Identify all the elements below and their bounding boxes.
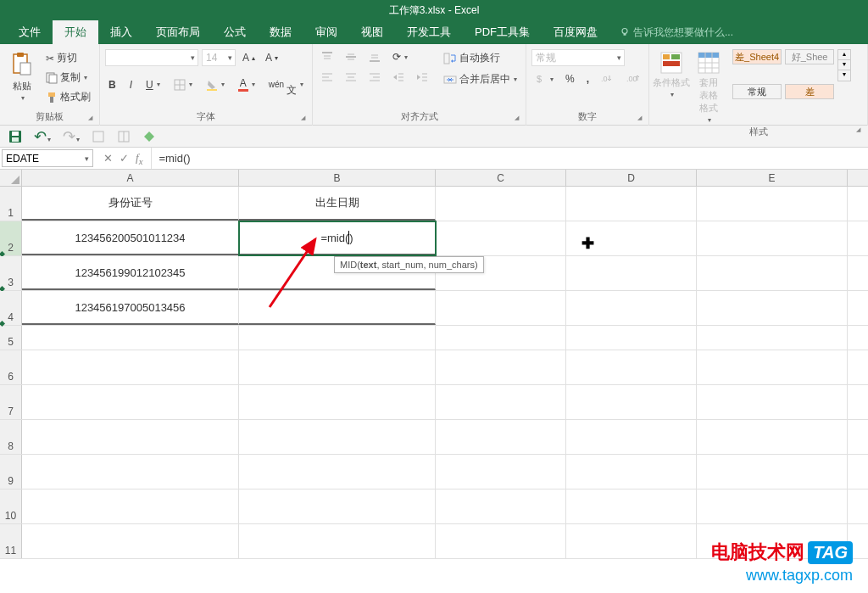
wrap-text-button[interactable]: 自动换行 xyxy=(440,49,520,67)
tell-me[interactable]: 告诉我您想要做什么... xyxy=(620,20,733,44)
table-format-button[interactable]: 套用 表格格式▾ xyxy=(692,49,726,126)
svg-rect-7 xyxy=(48,92,55,97)
font-name-combo[interactable] xyxy=(105,49,198,66)
style-swatch-3[interactable]: 常规 xyxy=(732,84,782,99)
cell-B4[interactable] xyxy=(239,291,436,325)
tab-dev[interactable]: 开发工具 xyxy=(395,20,463,44)
align-middle-button[interactable] xyxy=(342,49,360,64)
underline-button[interactable]: U▾ xyxy=(142,77,164,92)
row-header-3[interactable]: 3 xyxy=(0,256,22,290)
currency-button[interactable]: $▾ xyxy=(531,71,557,87)
tab-review[interactable]: 审阅 xyxy=(303,20,349,44)
redo-button[interactable]: ↷▾ xyxy=(63,127,80,146)
tab-layout[interactable]: 页面布局 xyxy=(144,20,212,44)
row-header-1[interactable]: 1 xyxy=(0,187,22,221)
cancel-formula-button[interactable]: ✕ xyxy=(103,152,113,165)
group-font: 14 A▴ A▾ B I U▾ ▾ ▾ A▾ wén文▾ 字体 xyxy=(100,44,313,126)
qat-item-2[interactable] xyxy=(117,130,131,143)
font-size-combo[interactable]: 14 xyxy=(202,49,236,66)
row-header-7[interactable]: 7 xyxy=(0,385,22,419)
row-header-4[interactable]: 4 xyxy=(0,291,22,325)
row-header-11[interactable]: 11 xyxy=(0,524,22,558)
format-painter-button[interactable]: 格式刷 xyxy=(42,88,94,106)
align-left-button[interactable] xyxy=(318,70,337,85)
decrease-indent-button[interactable] xyxy=(389,70,408,85)
cell-C4[interactable] xyxy=(436,291,566,325)
col-header-E[interactable]: E xyxy=(697,170,848,186)
name-box[interactable]: EDATE xyxy=(2,149,93,167)
cut-button[interactable]: ✂剪切 xyxy=(42,49,94,67)
align-bottom-button[interactable] xyxy=(365,49,384,64)
tab-data[interactable]: 数据 xyxy=(258,20,303,44)
insert-function-button[interactable]: fx xyxy=(136,151,142,166)
style-swatch-1[interactable]: 差_Sheet4 xyxy=(732,49,782,64)
cell-E3[interactable] xyxy=(697,256,848,290)
row-header-9[interactable]: 9 xyxy=(0,455,22,489)
align-top-button[interactable] xyxy=(318,49,337,64)
qat-item-1[interactable] xyxy=(92,130,105,143)
phonetic-button[interactable]: wén文▾ xyxy=(265,70,307,99)
tab-baidu[interactable]: 百度网盘 xyxy=(542,20,609,44)
row-header-6[interactable]: 6 xyxy=(0,350,22,384)
cell-E4[interactable] xyxy=(697,291,848,325)
align-center-button[interactable] xyxy=(342,70,360,85)
cell-A2[interactable]: 123456200501011234 xyxy=(22,221,239,255)
decrease-font-button[interactable]: A▾ xyxy=(262,50,281,65)
select-all-corner[interactable] xyxy=(0,170,22,186)
undo-button[interactable]: ↶▾ xyxy=(34,127,51,146)
percent-button[interactable]: % xyxy=(562,71,578,87)
number-format-combo[interactable]: 常规 xyxy=(531,49,625,66)
tab-insert[interactable]: 插入 xyxy=(98,20,144,44)
decrease-decimal-button[interactable]: .00 xyxy=(623,72,643,86)
cell-C1[interactable] xyxy=(436,187,566,221)
svg-rect-54 xyxy=(12,137,19,142)
cell-A4[interactable]: 123456197005013456 xyxy=(22,291,239,325)
tab-file[interactable]: 文件 xyxy=(7,20,53,44)
conditional-format-button[interactable]: 条件格式▾ xyxy=(654,49,688,100)
cell-D3[interactable] xyxy=(566,256,697,290)
tab-view[interactable]: 视图 xyxy=(349,20,395,44)
col-header-C[interactable]: C xyxy=(436,170,566,186)
cell-E2[interactable] xyxy=(697,221,848,255)
cell-D1[interactable] xyxy=(566,187,697,221)
cell-B2[interactable]: =mid() xyxy=(239,221,436,255)
cell-C2[interactable] xyxy=(436,221,566,255)
increase-indent-button[interactable] xyxy=(413,70,431,85)
increase-decimal-button[interactable]: .0 xyxy=(598,72,618,86)
tab-pdf[interactable]: PDF工具集 xyxy=(463,20,542,44)
cell-A1[interactable]: 身份证号 xyxy=(22,187,239,221)
bold-button[interactable]: B xyxy=(105,77,120,92)
cell-cursor-icon: ✚ xyxy=(581,234,594,253)
cell-D4[interactable] xyxy=(566,291,697,325)
comma-button[interactable]: , xyxy=(583,71,593,87)
col-header-A[interactable]: A xyxy=(22,170,239,186)
row-header-2[interactable]: 2 xyxy=(0,221,22,255)
font-color-button[interactable]: A▾ xyxy=(235,76,259,93)
tab-home[interactable]: 开始 xyxy=(53,20,98,44)
row-header-10[interactable]: 10 xyxy=(0,490,22,523)
merge-button[interactable]: 合并后居中▾ xyxy=(440,70,520,88)
formula-input[interactable]: =mid() xyxy=(152,148,868,169)
cell-E1[interactable] xyxy=(697,187,848,221)
col-header-B[interactable]: B xyxy=(239,170,436,186)
paste-button[interactable]: 粘贴▾ xyxy=(5,49,39,103)
style-swatch-4[interactable]: 差 xyxy=(785,84,834,99)
spreadsheet-grid[interactable]: A B C D E 1 身份证号 出生日期 2 1234562005010112… xyxy=(0,170,868,559)
save-button[interactable] xyxy=(8,130,22,143)
copy-button[interactable]: 复制▾ xyxy=(42,69,94,87)
tab-formula[interactable]: 公式 xyxy=(212,20,258,44)
cell-B1[interactable]: 出生日期 xyxy=(239,187,436,221)
italic-button[interactable]: I xyxy=(126,77,136,92)
fill-color-button[interactable]: ▾ xyxy=(203,77,228,92)
row-header-8[interactable]: 8 xyxy=(0,420,22,454)
row-header-5[interactable]: 5 xyxy=(0,326,22,350)
align-right-button[interactable] xyxy=(365,70,384,85)
increase-font-button[interactable]: A▴ xyxy=(239,50,259,65)
enter-formula-button[interactable]: ✓ xyxy=(120,152,129,165)
style-swatch-2[interactable]: 好_Shee xyxy=(785,49,834,64)
border-button[interactable]: ▾ xyxy=(170,77,196,92)
orientation-button[interactable]: ⟳▾ xyxy=(389,49,411,64)
qat-item-3[interactable] xyxy=(142,130,156,143)
col-header-D[interactable]: D xyxy=(566,170,697,186)
cell-A3[interactable]: 123456199012102345 xyxy=(22,256,239,290)
